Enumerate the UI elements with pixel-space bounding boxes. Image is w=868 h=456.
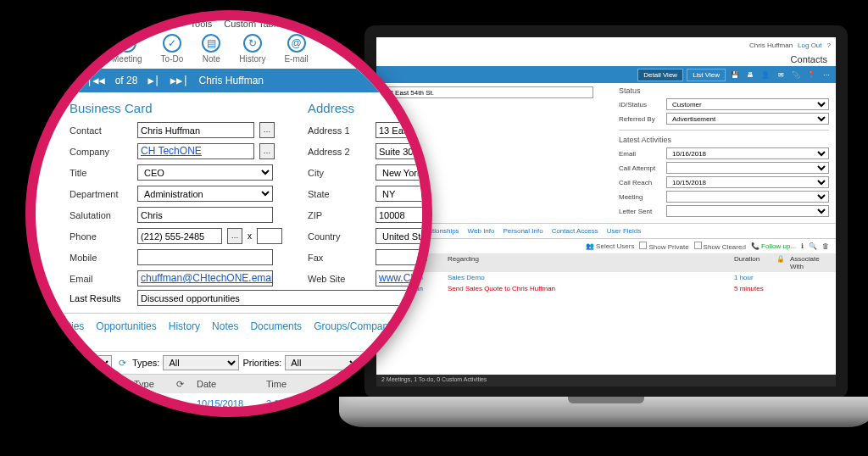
print-icon[interactable]: 🖶: [744, 69, 756, 81]
history-button[interactable]: ↻History: [239, 34, 265, 64]
address-section: Address Address 1 Address 2 CityNew York…: [308, 101, 432, 286]
contact-field[interactable]: [137, 122, 254, 138]
record-navbar: |◀◀ of 28 ▶| ▶▶| Chris Huffman: [25, 69, 432, 92]
next-record-icon[interactable]: ▶|: [147, 75, 159, 86]
latest-call-reach[interactable]: 10/15/2018: [666, 176, 829, 188]
addr1-small[interactable]: [383, 86, 593, 98]
refresh-header-icon[interactable]: ⟳: [176, 379, 197, 390]
record-name: Chris Huffman: [199, 75, 264, 86]
save-icon[interactable]: 💾: [729, 69, 741, 81]
logout-link[interactable]: Log Out: [798, 42, 821, 49]
last-record-icon[interactable]: ▶▶|: [170, 75, 189, 86]
search-icon[interactable]: 🔍: [809, 242, 817, 250]
todo-button[interactable]: ✓To-Do: [161, 34, 184, 64]
list-view-button[interactable]: List View: [687, 69, 726, 81]
latest-meeting[interactable]: [666, 191, 829, 203]
latest-title: Latest Activities: [619, 136, 829, 144]
check-icon: ✓: [163, 34, 181, 53]
priorities-filter[interactable]: All: [285, 355, 361, 370]
latest-call-attempt[interactable]: [666, 162, 829, 174]
tab-documents[interactable]: Documents: [250, 320, 302, 344]
delete-icon[interactable]: 🗑: [822, 242, 829, 250]
email-button[interactable]: @E-mail: [284, 34, 308, 64]
types-filter[interactable]: All: [163, 355, 239, 370]
first-record-icon[interactable]: |◀◀: [86, 75, 105, 86]
status-bar: 2 Meetings, 1 To-do, 0 Custom Activities: [376, 375, 836, 386]
user-icon[interactable]: 👤: [760, 69, 771, 81]
mobile-field[interactable]: [137, 249, 273, 265]
company-lookup-icon[interactable]: …: [259, 143, 275, 159]
meeting-button[interactable]: ▦Meeting: [112, 34, 142, 64]
top-header: Chris Huffman Log Out ?: [376, 37, 836, 53]
zip-field[interactable]: [376, 207, 432, 223]
delete-link[interactable]: Delete: [47, 398, 90, 409]
view-bar: Detail View List View 💾 🖶 👤 ✉ 📎 📍 ⋯: [376, 66, 836, 83]
detail-view-button[interactable]: Detail View: [637, 69, 683, 81]
title-select[interactable]: CEO: [137, 164, 273, 181]
info-icon[interactable]: ℹ: [801, 242, 804, 250]
row-checkbox[interactable]: [90, 398, 100, 408]
business-card-section: Business Card Contact… CompanyCH TechONE…: [70, 101, 282, 286]
calendar-header-icon[interactable]: 📅: [114, 379, 134, 390]
menu-reports[interactable]: Reports: [146, 19, 179, 29]
help-icon[interactable]: ?: [827, 42, 831, 49]
phone-icon: 📞: [134, 398, 176, 409]
tab-history[interactable]: History: [169, 320, 200, 344]
grid-toolbar: 👥 Select Users Show Private Show Cleared…: [376, 239, 836, 253]
followup-button[interactable]: 📞 Follow up...: [751, 242, 796, 250]
more-icon[interactable]: ⋯: [821, 69, 832, 81]
phone-field[interactable]: [137, 228, 222, 244]
grid-header-small: Scheduled With Regarding Duration 🔒 Asso…: [376, 253, 836, 272]
pin-icon[interactable]: 📍: [805, 69, 817, 81]
detail-tabs-small: Contacts Relationships Web Info Personal…: [376, 223, 836, 239]
history-icon: ↻: [243, 34, 262, 53]
phone-lookup-icon[interactable]: …: [227, 228, 242, 244]
attach-icon[interactable]: 📎: [790, 69, 802, 81]
note-icon: ▤: [202, 34, 220, 53]
ext-field[interactable]: [257, 228, 282, 244]
tab-notes[interactable]: Notes: [212, 320, 238, 344]
menu-custom-tables[interactable]: Custom Tables: [224, 19, 286, 29]
email-link[interactable]: chuffman@CHtechONE.email: [141, 272, 273, 284]
detail-tabs: Activities Opportunities History Notes D…: [25, 313, 432, 351]
note-button[interactable]: ▤Note: [202, 34, 220, 64]
state-select[interactable]: NY: [376, 186, 432, 202]
last-results-label: Last Results: [70, 293, 132, 303]
user-name: Chris Huffman: [749, 42, 793, 49]
refby-select[interactable]: Advertisement: [666, 113, 829, 125]
salutation-field[interactable]: [137, 207, 273, 223]
magnified-lens: Reports Tools Custom Tables ▦Meeting ✓To…: [25, 10, 432, 417]
page-title: Contacts: [376, 53, 836, 66]
tab-activities[interactable]: Activities: [44, 320, 84, 344]
calendar-icon: ▦: [118, 34, 136, 53]
select-users[interactable]: 👥 Select Users: [586, 242, 635, 250]
idstatus-label: ID/Status: [619, 101, 663, 108]
laptop-screen: Chris Huffman Log Out ? Contacts Detail …: [364, 25, 848, 398]
dates-filter[interactable]: Past: [44, 355, 112, 370]
laptop-base: [339, 397, 868, 427]
fax-field[interactable]: [376, 249, 432, 265]
last-results-field[interactable]: [137, 290, 431, 306]
tab-opportunities[interactable]: Opportunities: [96, 320, 156, 344]
refby-label: Referred By: [619, 115, 663, 123]
city-select[interactable]: New York: [376, 164, 432, 181]
latest-email[interactable]: 10/16/2018: [666, 147, 829, 159]
contact-lookup-icon[interactable]: …: [259, 122, 275, 138]
record-counter: of 28: [115, 75, 138, 86]
company-link[interactable]: CH TechONE: [141, 145, 202, 157]
idstatus-select[interactable]: Customer: [666, 98, 829, 110]
mail-icon[interactable]: ✉: [775, 69, 787, 81]
business-card-title: Business Card: [70, 101, 282, 115]
menu-tools[interactable]: Tools: [191, 19, 213, 29]
grid-row-small[interactable]: Chris Huffman Sales Demo 1 hour: [376, 272, 836, 283]
status-title: Status: [619, 86, 829, 95]
grid-row-small[interactable]: Chris Huffman Send Sales Quote to Chris …: [376, 283, 836, 294]
country-select[interactable]: United States: [376, 228, 432, 244]
at-icon: @: [287, 34, 306, 53]
refresh-icon[interactable]: ⟳: [115, 358, 129, 369]
department-select[interactable]: Administration: [137, 186, 273, 202]
latest-letter[interactable]: [666, 205, 829, 217]
